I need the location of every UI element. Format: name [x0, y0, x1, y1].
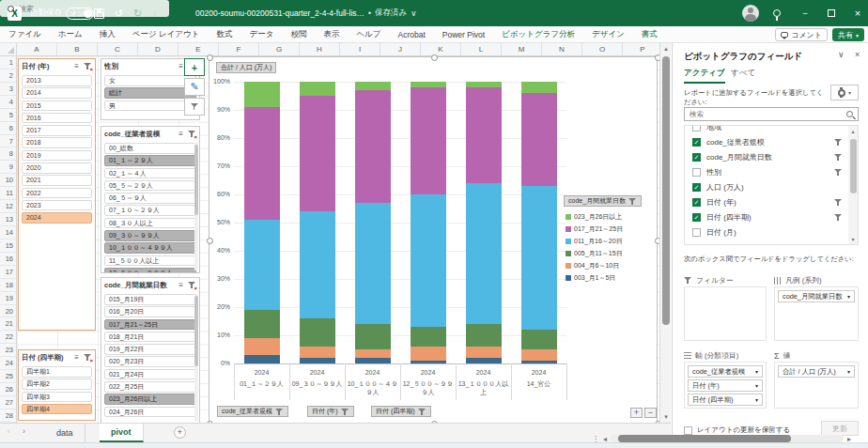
chart-bar-segment[interactable]: [411, 194, 446, 327]
slicer-item[interactable]: 男: [104, 100, 196, 112]
chart-axis-field-button[interactable]: code_従業者規模: [217, 406, 288, 417]
slicer-item[interactable]: 四半期1: [22, 366, 92, 378]
slicer-item[interactable]: 020_月23日: [104, 356, 196, 367]
selection-handle[interactable]: [431, 54, 438, 61]
chart-bar-segment[interactable]: [355, 203, 391, 324]
chart-bar-segment[interactable]: [300, 96, 335, 211]
area-field-chip[interactable]: 日付 (年)▾: [688, 379, 763, 392]
pane-close-button[interactable]: ×: [855, 50, 860, 59]
chart-bar-segment[interactable]: [244, 220, 280, 310]
column-header-G[interactable]: G: [259, 43, 300, 55]
column-header-N[interactable]: N: [542, 43, 582, 55]
ribbon-tab-ホーム[interactable]: ホーム: [50, 26, 91, 43]
slicer-item[interactable]: 018_月21日: [104, 332, 196, 343]
ribbon-tab-表示[interactable]: 表示: [315, 26, 348, 43]
chart-elements-button[interactable]: +: [184, 58, 205, 76]
column-header-D[interactable]: D: [138, 43, 178, 55]
slicer-item[interactable]: 09_３０～９９人: [104, 230, 196, 241]
slicer-item[interactable]: 015_月19日: [104, 294, 196, 305]
slicer-employee-size[interactable]: code_従業者規模≡×00_総数01_１～２９人02_１～４人05_５～２９人…: [101, 126, 200, 273]
column-header-H[interactable]: H: [300, 43, 340, 55]
slicer-item[interactable]: 10_１００～４９９人: [104, 242, 196, 254]
chart-bar-segment[interactable]: [466, 183, 502, 324]
chart-bar-segment[interactable]: [300, 358, 335, 363]
slicer-scrollbar[interactable]: [194, 143, 198, 270]
row-header-23[interactable]: 23: [0, 344, 16, 357]
field-row-地域[interactable]: 地域: [685, 125, 846, 134]
slicer-item[interactable]: 2024: [22, 212, 92, 224]
ribbon-tab-Power Pivot[interactable]: Power Pivot: [434, 26, 493, 43]
chart-bar-segment[interactable]: [521, 186, 557, 330]
column-header-F[interactable]: F: [219, 43, 259, 55]
chart-legend-field-button[interactable]: code_月間就業日数: [564, 195, 642, 207]
slicer-date-year[interactable]: 日付 (年)≡×20132014201520162017201820192020…: [18, 58, 96, 331]
chart-bar-segment[interactable]: [244, 82, 280, 107]
chart-bar-segment[interactable]: [521, 93, 557, 186]
slicer-item[interactable]: 2016: [22, 113, 92, 124]
field-checkbox[interactable]: ✓: [692, 153, 701, 162]
presence-pin-icon[interactable]: [773, 0, 781, 26]
row-header-11[interactable]: 11: [0, 187, 16, 200]
area-field-chip[interactable]: code_月間就業日数▾: [778, 290, 855, 302]
fields-search-input[interactable]: [690, 110, 843, 118]
redo-button[interactable]: ↻: [133, 0, 142, 26]
slicer-item[interactable]: 01_１～２９人: [104, 155, 196, 166]
sheet-nav-left-icon[interactable]: ‹: [8, 426, 10, 436]
comments-button[interactable]: コメント: [775, 28, 828, 41]
multiselect-icon[interactable]: ≡: [176, 130, 186, 138]
sheet-nav-right-icon[interactable]: ›: [23, 426, 25, 436]
tools-button[interactable]: ▾: [830, 85, 859, 100]
chart-bar-segment[interactable]: [411, 361, 446, 363]
slicer-item[interactable]: 女: [104, 75, 196, 86]
ribbon-tab-データ[interactable]: データ: [240, 26, 282, 43]
slicer-item[interactable]: 四半期2: [22, 378, 92, 390]
chart-bar-segment[interactable]: [300, 347, 335, 358]
row-header-16[interactable]: 16: [0, 253, 16, 266]
slicer-item[interactable]: 総計: [104, 87, 196, 99]
chart-bar-segment[interactable]: [355, 324, 391, 349]
row-header-27[interactable]: 27: [0, 396, 16, 409]
slicer-scrollbar[interactable]: [194, 294, 198, 422]
undo-button[interactable]: ↺: [115, 0, 123, 26]
slicer-item[interactable]: 02_１～４人: [104, 168, 196, 179]
chart-bar-segment[interactable]: [411, 327, 446, 347]
multiselect-icon[interactable]: ≡: [71, 62, 82, 70]
chart-styles-button[interactable]: ✎: [184, 78, 205, 96]
document-title[interactable]: 00200-soumu-00200531-quarter_2-4-4-full-…: [195, 0, 416, 26]
ribbon-tab-Acrobat[interactable]: Acrobat: [389, 26, 433, 43]
field-row-人口 (万人)[interactable]: ✓人口 (万人): [685, 179, 846, 194]
slicer-item[interactable]: 06_５～９人: [104, 193, 196, 204]
chart-bar-segment[interactable]: [300, 82, 335, 96]
share-button[interactable]: 共有 ▾: [832, 28, 864, 41]
area-field-chip[interactable]: 日付 (四半期)▾: [688, 394, 763, 406]
row-header-13[interactable]: 13: [0, 213, 16, 226]
chart-bar-segment[interactable]: [355, 90, 391, 203]
row-header-9[interactable]: 9: [0, 161, 16, 174]
chart-bar-segment[interactable]: [466, 324, 502, 347]
slicer-item[interactable]: 2017: [22, 125, 92, 136]
row-header-22[interactable]: 22: [0, 331, 16, 344]
slicer-item[interactable]: 017_月21～25日: [104, 319, 196, 331]
row-header-28[interactable]: 28: [0, 409, 16, 423]
row-header-20[interactable]: 20: [0, 305, 16, 318]
chart-bar-segment[interactable]: [300, 211, 335, 318]
values-area[interactable]: 合計 / 人口 (万人)▾: [774, 362, 859, 409]
chart-bar-segment[interactable]: [355, 82, 391, 90]
slicer-item[interactable]: 2021: [22, 175, 92, 186]
horizontal-scrollbar-thumb[interactable]: [618, 435, 791, 442]
ribbon-tab-ピボットグラフ分析[interactable]: ピボットグラフ分析: [493, 26, 583, 43]
slicer-item[interactable]: 2020: [22, 162, 92, 174]
chart-bar-segment[interactable]: [466, 347, 502, 358]
ribbon-tab-ファイル[interactable]: ファイル: [0, 26, 50, 43]
chart-bar-segment[interactable]: [411, 87, 446, 194]
selection-handle[interactable]: [207, 54, 213, 61]
slicer-item[interactable]: 2018: [22, 137, 92, 148]
pivot-chart[interactable]: 合計 / 人口 (万人) 100%90%80%70%60%50%40%30%20…: [209, 56, 658, 424]
field-row-code_従業者規模[interactable]: ✓code_従業者規模: [685, 134, 846, 149]
row-header-18[interactable]: 18: [0, 279, 16, 292]
chart-bar-segment[interactable]: [466, 82, 502, 87]
slicer-working-days[interactable]: code_月間就業日数≡×015_月19日016_月20日017_月21～25日…: [101, 277, 200, 425]
chart-bar-segment[interactable]: [521, 361, 557, 363]
slicer-scrollbar-thumb[interactable]: [194, 145, 198, 215]
legend-area[interactable]: code_月間就業日数▾: [774, 286, 859, 341]
